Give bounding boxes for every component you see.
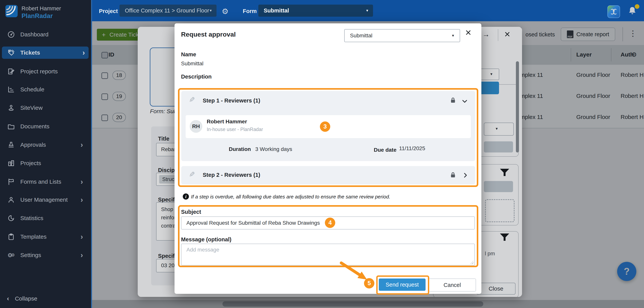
divider xyxy=(498,29,498,41)
duration-label: Duration xyxy=(229,146,251,152)
sidebar-item-forms-and-lists[interactable]: Forms and Lists › xyxy=(0,176,90,188)
disabled-field xyxy=(484,181,513,192)
name-value: Submittal xyxy=(181,61,204,67)
avatar: RH xyxy=(190,120,202,133)
brand-name: PlanRadar xyxy=(22,12,53,19)
siteview-icon xyxy=(7,104,15,112)
close-icon[interactable]: × xyxy=(504,28,510,40)
sidebar-collapse-button[interactable]: ‹ Collapse xyxy=(7,295,37,302)
subject-value: Approval Request for Submittal of Reba S… xyxy=(186,220,320,226)
edit-pencil-icon[interactable]: ✎ xyxy=(189,96,195,104)
subject-label: Subject xyxy=(181,209,201,215)
chevron-right-icon: › xyxy=(80,196,83,204)
title-label: Title xyxy=(158,136,169,142)
approvals-stamp-icon xyxy=(7,141,15,149)
chevron-right-icon: › xyxy=(82,49,85,57)
sidebar-item-templates[interactable]: Templates › xyxy=(0,231,90,243)
request-approval-modal: Request approval Submittal ▼ × Name Subm… xyxy=(174,23,481,294)
lock-icon xyxy=(449,96,457,104)
chevron-right-icon: › xyxy=(80,178,83,186)
planradar-logo xyxy=(5,5,18,17)
send-request-button[interactable]: Send request xyxy=(379,279,426,291)
chevron-down-icon: ▼ xyxy=(490,72,493,76)
vertical-scrollbar-thumb[interactable] xyxy=(516,61,519,153)
notifications-bell-icon[interactable] xyxy=(627,6,640,18)
reviewer-card[interactable]: RH Robert Hammer In-house user - PlanRad… xyxy=(186,115,471,138)
chevron-right-icon: › xyxy=(80,233,83,241)
sidebar: Robert Hammer PlanRadar Dashboard Ticket… xyxy=(0,0,92,308)
dashboard-icon xyxy=(7,30,15,39)
sidebar-item-siteview[interactable]: SiteView xyxy=(0,102,90,114)
chevron-down-icon: ▼ xyxy=(451,34,455,38)
message-textarea[interactable]: Add message xyxy=(181,244,475,266)
subject-input[interactable]: Approval Request for Submittal of Reba S… xyxy=(181,216,475,229)
chevron-down-icon: ▼ xyxy=(495,127,498,131)
timestamp-text: l pm xyxy=(485,251,495,257)
chevron-up-down-icon[interactable] xyxy=(461,98,468,105)
filter-funnel-icon[interactable] xyxy=(499,233,510,241)
close-button[interactable]: Close xyxy=(476,283,516,295)
description-label: Description xyxy=(181,74,212,80)
user-name: Robert Hammer xyxy=(22,5,61,12)
sidebar-item-user-management[interactable]: User Management › xyxy=(0,194,90,206)
message-label: Message (optional) xyxy=(181,236,232,243)
gear-icon[interactable]: ⚙ xyxy=(222,7,228,16)
app-root: Project Office Complex 11 > Ground Floor… xyxy=(0,0,644,308)
project-reports-icon xyxy=(7,67,15,76)
resize-handle[interactable] xyxy=(470,261,474,264)
step1-section: ✎ Step 1 - Reviewers (1) RH Robert Hamme… xyxy=(181,91,475,161)
duration-value: 3 Working days xyxy=(255,146,292,152)
chevron-down-icon: ▼ xyxy=(209,9,212,13)
chevron-down-icon: ▼ xyxy=(366,9,369,13)
due-date-value: 11/11/2025 xyxy=(399,145,425,152)
close-icon[interactable]: × xyxy=(465,26,472,38)
form-selector[interactable]: Submittal ▼ xyxy=(258,4,373,17)
sidebar-item-project-reports[interactable]: Project reports xyxy=(0,65,90,77)
project-label: Project xyxy=(99,8,118,14)
user-icon xyxy=(7,196,15,204)
sidebar-item-statistics[interactable]: Statistics xyxy=(0,212,90,224)
documents-icon xyxy=(7,122,15,131)
step1-header[interactable]: Step 1 - Reviewers (1) xyxy=(203,98,260,104)
cancel-button[interactable]: Cancel xyxy=(428,279,476,292)
chevron-right-icon[interactable] xyxy=(462,171,469,179)
template-selector[interactable]: Submittal ▼ xyxy=(344,29,460,42)
sidebar-item-approvals[interactable]: Approvals › xyxy=(0,139,90,151)
sidebar-item-schedule[interactable]: Schedule xyxy=(0,84,90,95)
flag-icon xyxy=(7,177,15,186)
reviewer-subtitle: In-house user - PlanRadar xyxy=(207,127,263,132)
pie-chart-icon xyxy=(7,214,15,222)
form-label: Form xyxy=(243,8,257,14)
filter-funnel-icon[interactable] xyxy=(499,168,510,177)
project-selector[interactable]: Office Complex 11 > Ground Floor ▼ xyxy=(120,4,216,17)
due-date-label: Due date xyxy=(374,147,396,153)
sidebar-item-documents[interactable]: Documents xyxy=(0,121,90,132)
sidebar-item-settings[interactable]: ⚙⚙ Settings › xyxy=(0,249,90,261)
apps-launcher-icon[interactable] xyxy=(607,5,620,18)
message-placeholder: Add message xyxy=(186,247,219,253)
topbar: Project Office Complex 11 > Ground Floor… xyxy=(92,0,644,21)
modal-title: Request approval xyxy=(181,31,236,38)
notification-dot xyxy=(635,4,640,9)
dropzone[interactable] xyxy=(485,199,514,222)
reviewer-name: Robert Hammer xyxy=(207,119,247,125)
step2-header[interactable]: Step 2 - Reviewers (1) xyxy=(203,172,260,178)
edit-pencil-icon[interactable]: ✎ xyxy=(189,170,195,179)
chevron-right-icon: › xyxy=(80,251,83,259)
sidebar-item-tickets[interactable]: Tickets › xyxy=(2,46,88,59)
info-text: If a step is overdue, all following due … xyxy=(191,194,390,200)
step2-section[interactable]: ✎ Step 2 - Reviewers (1) xyxy=(181,166,475,184)
clipboard-icon xyxy=(7,233,15,241)
sidebar-item-projects[interactable]: Projects xyxy=(0,157,90,169)
projects-icon xyxy=(7,159,15,167)
chevron-right-icon: › xyxy=(80,141,83,149)
sidebar-item-dashboard[interactable]: Dashboard xyxy=(0,28,90,40)
open-arrow-icon[interactable]: → xyxy=(482,30,490,38)
dropdown-field[interactable]: ▼ xyxy=(484,123,514,136)
info-icon: i xyxy=(183,193,189,200)
tickets-icon xyxy=(7,48,15,57)
lock-icon xyxy=(449,171,457,179)
name-label: Name xyxy=(181,51,196,58)
chevron-left-icon: ‹ xyxy=(7,295,9,302)
schedule-icon xyxy=(7,85,15,94)
